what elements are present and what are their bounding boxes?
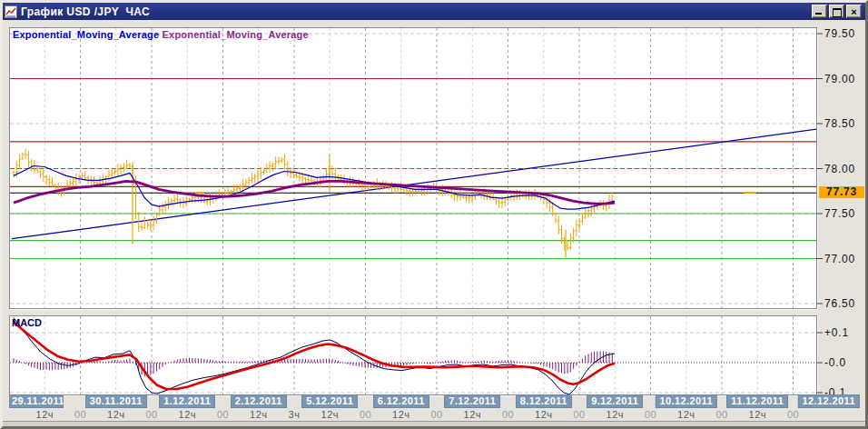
- date-cell: 9.12.2011: [587, 394, 643, 408]
- price-tick-label: 77.50: [824, 207, 855, 220]
- time-label: 12ч: [749, 409, 766, 420]
- time-label: 00: [645, 409, 656, 420]
- maximize-button[interactable]: [829, 5, 844, 18]
- close-icon: ×: [847, 5, 861, 17]
- price-tick-label: 77.00: [824, 253, 855, 265]
- price-tick-label: 79.50: [824, 27, 855, 40]
- chart-app-icon: [5, 5, 17, 18]
- date-cell: 6.12.2011: [373, 394, 429, 408]
- close-button[interactable]: ×: [846, 5, 862, 18]
- time-label: 00: [787, 409, 799, 420]
- time-label: 00: [217, 409, 229, 420]
- time-label: 12ч: [607, 409, 624, 420]
- current-price-badge: 77.73: [819, 186, 864, 198]
- time-label: 12ч: [321, 409, 339, 420]
- date-cell: 30.11.2011: [85, 394, 147, 408]
- date-cell: 2.12.2011: [231, 394, 287, 408]
- time-label: 12ч: [36, 409, 54, 420]
- window-title: График USD /JPY ЧАС: [21, 5, 150, 18]
- chart-client-area: Exponential_Moving_Average Exponential_M…: [3, 20, 865, 426]
- window-controls: ×: [812, 5, 862, 18]
- maximize-icon: [833, 8, 842, 17]
- time-label: 00: [360, 409, 371, 420]
- time-label: 12ч: [392, 409, 409, 420]
- minimize-button[interactable]: [812, 5, 827, 18]
- time-label: 00: [74, 409, 86, 420]
- date-cell: 12.12.2011: [798, 394, 860, 408]
- macd-plot[interactable]: [9, 315, 817, 395]
- time-label: 00: [715, 409, 727, 420]
- date-cell: 29.11.2011: [9, 394, 64, 408]
- ema-label-1: Exponential_Moving_Average: [13, 29, 159, 40]
- price-tick-label: 78.50: [824, 117, 855, 130]
- time-label: 3ч: [289, 409, 301, 420]
- minimize-icon: [815, 13, 822, 15]
- time-label: 12ч: [677, 409, 695, 420]
- date-cell: 1.12.2011: [159, 394, 215, 408]
- main-chart-plot[interactable]: [9, 27, 817, 309]
- price-tick-label: 79.00: [824, 73, 855, 85]
- window-bottom-strip: [3, 421, 865, 427]
- price-tick-label: 76.50: [824, 297, 855, 310]
- date-cell: 10.12.2011: [656, 394, 717, 408]
- date-cell: 11.12.2011: [726, 394, 788, 408]
- title-bar[interactable]: График USD /JPY ЧАС ×: [3, 3, 865, 20]
- ema-label-2: Exponential_Moving_Average: [163, 29, 309, 40]
- indicator-labels: Exponential_Moving_Average Exponential_M…: [13, 29, 309, 40]
- chart-window: График USD /JPY ЧАС × Exponential_Moving…: [0, 0, 868, 429]
- time-label: 12ч: [535, 409, 552, 420]
- macd-tick-label: -0.0: [824, 356, 846, 369]
- time-label: 12ч: [464, 409, 481, 420]
- time-label: 00: [573, 409, 585, 420]
- date-cell: 5.12.2011: [301, 394, 358, 408]
- macd-tick-label: +0.1: [824, 326, 849, 339]
- date-axis[interactable]: 29.11.201130.11.20111.12.20112.12.20115.…: [3, 394, 865, 408]
- date-cell: 7.12.2011: [444, 394, 500, 408]
- time-axis: 12ч0012ч0012ч0012ч3ч12ч0012ч0012ч0012ч00…: [3, 409, 865, 420]
- date-cell: 8.12.2011: [516, 394, 572, 408]
- time-label: 00: [145, 409, 157, 420]
- macd-indicator-label: MACD: [12, 317, 42, 328]
- time-label: 12ч: [107, 409, 124, 420]
- time-label: 00: [502, 409, 514, 420]
- axis-ticks: [816, 34, 823, 393]
- time-label: 00: [430, 409, 442, 420]
- time-label: 12ч: [250, 409, 267, 420]
- price-tick-label: 78.00: [824, 163, 855, 175]
- time-label: 12ч: [179, 409, 196, 420]
